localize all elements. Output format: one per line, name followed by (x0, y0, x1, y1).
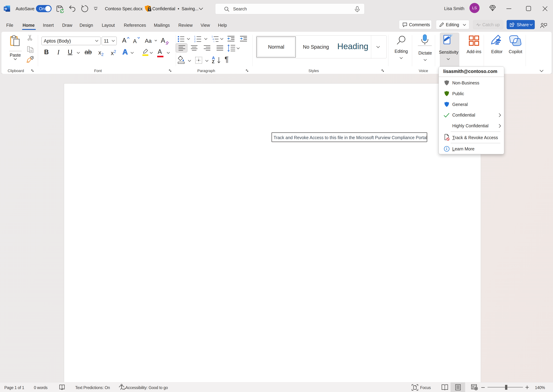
svg-text:W: W (4, 7, 7, 10)
svg-text:3: 3 (194, 40, 195, 42)
svg-text:a: a (213, 38, 214, 40)
svg-text:i: i (214, 40, 214, 42)
svg-text:1: 1 (211, 35, 213, 38)
svg-text:1: 1 (194, 35, 195, 38)
svg-text:2: 2 (194, 38, 195, 40)
